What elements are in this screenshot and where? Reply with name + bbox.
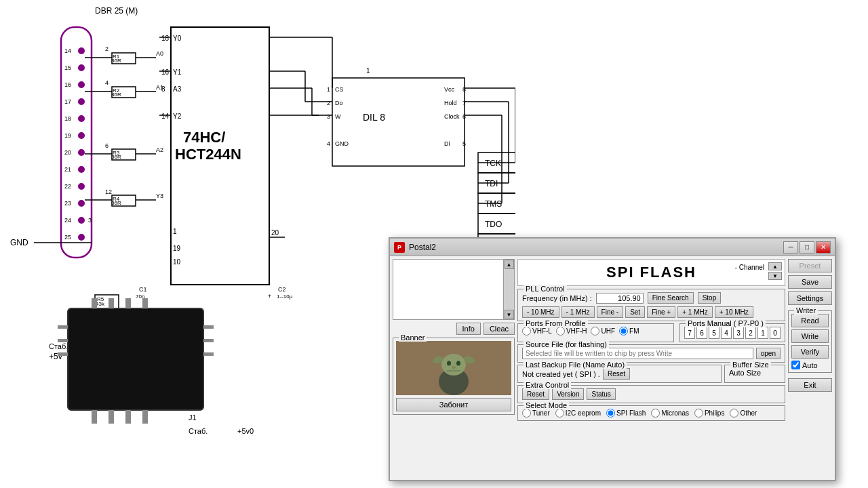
source-file-label: Source File (for flashing) (524, 340, 609, 348)
uhf-radio[interactable] (591, 327, 599, 336)
fine-minus-button[interactable]: Fine - (597, 306, 624, 318)
ports-manual-inputs (684, 327, 781, 339)
source-file-input[interactable] (522, 348, 753, 359)
svg-text:TMS: TMS (485, 199, 502, 209)
status-button[interactable]: Status (587, 388, 615, 400)
philips-option[interactable]: Philips (694, 409, 724, 418)
plus1-button[interactable]: + 1 MHz (677, 306, 713, 318)
info-button[interactable]: Info (456, 323, 481, 335)
svg-text:4: 4 (105, 79, 108, 86)
source-file-group: Source File (for flashing) open (517, 344, 785, 363)
tuner-option[interactable]: Tuner (522, 409, 550, 418)
version-button[interactable]: Version (552, 388, 584, 400)
select-mode-row: Tuner I2C eeprom SPI Flash Micronas (522, 409, 781, 418)
svg-rect-148 (125, 410, 131, 424)
pll-group-label: PLL Control (524, 285, 567, 293)
i2c-label: I2C eeprom (566, 409, 601, 417)
vhfh-radio[interactable] (556, 327, 565, 336)
extra-reset-button[interactable]: Reset (522, 388, 549, 400)
channel-down-button[interactable]: ▼ (768, 272, 782, 280)
vhfh-option[interactable]: VHF-H (556, 327, 587, 336)
port3-input[interactable] (733, 327, 744, 339)
frequency-input[interactable] (596, 293, 644, 304)
i2c-radio[interactable] (555, 409, 564, 418)
port1-input[interactable] (757, 327, 768, 339)
bottom-sections: PLL Control Frequency (in MHz) : Fine Se… (517, 289, 785, 477)
backup-reset-button[interactable]: Reset (603, 368, 630, 380)
vhfl-radio[interactable] (522, 327, 531, 336)
verify-button[interactable]: Verify (791, 345, 829, 359)
settings-button[interactable]: Settings (788, 291, 832, 305)
svg-text:20: 20 (64, 149, 71, 156)
svg-text:14: 14 (64, 47, 71, 54)
scroll-down-button[interactable]: ▼ (505, 310, 514, 319)
writer-group: Writer Read Write Verify Auto (788, 310, 832, 373)
svg-point-158 (447, 361, 451, 366)
buffer-label: Buffer Size (730, 361, 771, 369)
other-radio[interactable] (730, 409, 738, 418)
svg-text:Di: Di (444, 140, 450, 147)
minimize-button[interactable]: ─ (783, 241, 798, 253)
pll-control-group: PLL Control Frequency (in MHz) : Fine Se… (517, 289, 785, 321)
right-panel: SPI FLASH ▲ ▼ - Channel PLL Control Freq… (517, 259, 785, 477)
spi-flash-radio[interactable] (606, 409, 615, 418)
svg-text:CS: CS (335, 86, 344, 93)
port4-input[interactable] (721, 327, 732, 339)
svg-rect-147 (108, 410, 114, 424)
write-button[interactable]: Write (791, 329, 829, 343)
banner-group: Banner (393, 338, 515, 415)
channel-up-button[interactable]: ▲ (768, 262, 782, 270)
port7-input[interactable] (684, 327, 695, 339)
fm-radio[interactable] (619, 327, 628, 336)
auto-checkbox[interactable] (791, 361, 800, 369)
clear-button[interactable]: Cleac (484, 323, 515, 335)
fine-search-button[interactable]: Fine Search (648, 292, 694, 304)
spi-flash-option[interactable]: SPI Flash (606, 409, 646, 418)
exit-button[interactable]: Exit (788, 378, 832, 392)
svg-text:Do: Do (335, 100, 343, 106)
stop-button[interactable]: Stop (698, 292, 722, 304)
plus10-button[interactable]: + 10 MHz (715, 306, 753, 318)
svg-point-5 (78, 81, 85, 88)
minus10-button[interactable]: - 10 MHz (522, 306, 559, 318)
svg-text:5: 5 (462, 140, 466, 147)
micronas-option[interactable]: Micronas (651, 409, 689, 418)
port2-input[interactable] (745, 327, 756, 339)
save-button[interactable]: Save (788, 275, 832, 289)
svg-text:DBR 25 (M): DBR 25 (M) (95, 6, 138, 16)
uhf-option[interactable]: UHF (591, 327, 615, 336)
other-option[interactable]: Other (730, 409, 757, 418)
close-button[interactable]: ✕ (816, 241, 831, 253)
i2c-option[interactable]: I2C eeprom (555, 409, 601, 418)
port6-input[interactable] (696, 327, 707, 339)
ports-profile-label: Ports From Profile (524, 319, 588, 327)
minus1-button[interactable]: - 1 MHz (561, 306, 595, 318)
set-button[interactable]: Set (625, 306, 645, 318)
auto-checkbox-label[interactable]: Auto (791, 361, 829, 369)
zabonit-button[interactable]: Забонит (396, 398, 511, 411)
svg-text:2: 2 (105, 45, 108, 52)
svg-point-4 (78, 64, 85, 71)
svg-text:3: 3 (88, 217, 92, 224)
read-button[interactable]: Read (791, 314, 829, 327)
other-label: Other (740, 409, 757, 417)
philips-radio[interactable] (694, 409, 703, 418)
svg-text:18: 18 (64, 115, 71, 122)
fm-option[interactable]: FM (619, 327, 639, 336)
fine-plus-button[interactable]: Fine + (647, 306, 675, 318)
scroll-up-button[interactable]: ▲ (505, 260, 514, 269)
svg-point-155 (441, 354, 466, 375)
right-sidebar: Preset Save Settings Writer Read Write V… (788, 259, 832, 477)
tuner-radio[interactable] (522, 409, 531, 418)
port5-input[interactable] (709, 327, 719, 339)
extra-control-group: Extra Control Reset Version Status (517, 385, 785, 403)
svg-text:+: + (268, 293, 271, 300)
port0-input[interactable] (770, 327, 781, 339)
maximize-button[interactable]: □ (800, 241, 814, 253)
preset-button[interactable]: Preset (788, 259, 832, 272)
backup-label: Last Backup File (Name Auto) (524, 361, 627, 369)
open-button[interactable]: open (756, 348, 781, 359)
vhfl-option[interactable]: VHF-L (522, 327, 552, 336)
micronas-radio[interactable] (651, 409, 660, 418)
philips-label: Philips (705, 409, 724, 417)
